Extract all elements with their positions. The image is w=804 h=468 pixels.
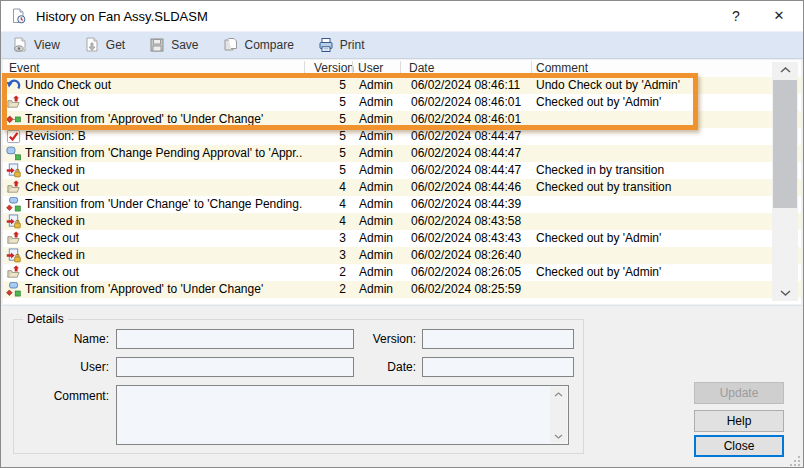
save-button[interactable]: Save [146,35,201,55]
checkin-icon [6,248,21,263]
table-row[interactable]: Check out5Admin06/02/2024 08:46:01Checke… [3,94,801,111]
date-cell: 06/02/2024 08:44:39 [411,196,521,213]
version-cell: 3 [298,247,346,264]
version-cell: 5 [298,128,346,145]
get-file-icon [84,37,100,53]
table-row[interactable]: Undo Check out5Admin06/02/2024 08:46:11U… [3,77,801,94]
date-cell: 06/02/2024 08:43:58 [411,213,521,230]
date-cell: 06/02/2024 08:26:05 [411,264,521,281]
table-row[interactable]: Checked in5Admin06/02/2024 08:44:47Check… [3,162,801,179]
user-field[interactable] [116,357,354,377]
comment-cell: Checked out by 'Admin' [536,94,768,111]
print-button-label: Print [340,38,365,52]
version-cell: 2 [298,281,346,298]
history-rows: Undo Check out5Admin06/02/2024 08:46:11U… [3,77,801,304]
comment-cell: Checked out by 'Admin' [536,264,768,281]
resize-grip[interactable] [788,453,801,466]
date-cell: 06/02/2024 08:44:47 [411,128,521,145]
table-row[interactable]: Checked in3Admin06/02/2024 08:26:40 [3,247,801,264]
version-cell: 5 [298,162,346,179]
user-cell: Admin [359,94,393,111]
date-cell: 06/02/2024 08:44:47 [411,162,521,179]
version-cell: 5 [298,94,346,111]
comment-cell: Checked in by transition [536,162,768,179]
table-row[interactable]: Transition from 'Approved' to 'Under Cha… [3,281,801,298]
date-field[interactable] [422,357,574,377]
close-titlebar-button[interactable]: ✕ [763,1,795,31]
table-row[interactable]: Transition from 'Change Pending Approval… [3,145,801,162]
table-row[interactable]: Check out2Admin06/02/2024 08:26:05Checke… [3,264,801,281]
event-cell: Check out [25,264,303,281]
user-cell: Admin [359,111,393,128]
version-cell: 4 [298,213,346,230]
event-cell: Check out [25,230,303,247]
column-header-version[interactable]: Version [314,61,354,75]
comment-scrollbar[interactable] [550,387,567,443]
table-row[interactable]: Check out3Admin06/02/2024 08:43:43Checke… [3,230,801,247]
save-button-label: Save [171,38,198,52]
name-field[interactable] [116,329,354,349]
column-header-user[interactable]: User [358,61,383,75]
history-list: Event Version User Date Comment Undo Che… [3,60,801,304]
user-cell: Admin [359,213,393,230]
table-row[interactable]: Checked in4Admin06/02/2024 08:43:58 [3,213,801,230]
comment-field[interactable] [116,385,569,445]
date-cell: 06/02/2024 08:46:11 [411,77,520,94]
table-row[interactable]: Revision: B5Admin06/02/2024 08:44:47 [3,128,801,145]
scroll-up-icon[interactable] [550,387,567,401]
details-legend: Details [23,312,68,326]
list-header: Event Version User Date Comment [3,60,801,77]
table-row[interactable]: Transition from 'Approved' to 'Under Cha… [3,111,801,128]
help-button[interactable]: Help [694,410,784,432]
column-header-comment[interactable]: Comment [536,61,588,75]
version-field[interactable] [422,329,574,349]
checkout-icon [6,180,21,195]
name-label: Name: [21,329,109,349]
event-cell: Transition from 'Approved' to 'Under Cha… [25,111,303,128]
transition-workflow-icon [6,282,21,297]
comment-label: Comment: [21,386,109,406]
view-button[interactable]: View [9,35,63,55]
details-panel: Details Name: Version: User: Date: Comme… [1,305,803,468]
user-label: User: [21,357,109,377]
compare-button[interactable]: Compare [220,35,297,55]
version-cell: 5 [298,77,346,94]
date-cell: 06/02/2024 08:25:59 [411,281,521,298]
save-file-icon [149,37,165,53]
scrollbar-thumb[interactable] [773,80,797,208]
help-titlebar-button[interactable]: ? [721,1,751,31]
checkout-icon [6,231,21,246]
print-icon [318,37,334,53]
date-cell: 06/02/2024 08:44:47 [411,145,521,162]
list-scrollbar[interactable] [772,62,798,301]
version-label: Version: [331,329,416,349]
checkin-icon [6,214,21,229]
compare-button-label: Compare [245,38,294,52]
close-button[interactable]: Close [694,435,784,457]
date-cell: 06/02/2024 08:43:43 [411,230,521,247]
history-document-icon [11,8,27,24]
table-row[interactable]: Check out4Admin06/02/2024 08:44:46Checke… [3,179,801,196]
view-file-icon [12,37,28,53]
user-cell: Admin [359,264,393,281]
user-cell: Admin [359,230,393,247]
toolbar: View Get Save Compare Print [1,31,803,59]
user-cell: Admin [359,162,393,179]
event-cell: Revision: B [25,128,303,145]
table-row[interactable]: Transition from 'Under Change' to 'Chang… [3,196,801,213]
scroll-down-icon[interactable] [772,285,798,301]
print-button[interactable]: Print [315,35,368,55]
get-button[interactable]: Get [81,35,128,55]
update-button[interactable]: Update [694,382,784,404]
version-cell: 5 [298,145,346,162]
scroll-down-icon[interactable] [550,429,567,443]
column-header-event[interactable]: Event [9,61,40,75]
column-header-date[interactable]: Date [409,61,434,75]
version-cell: 3 [298,230,346,247]
scroll-up-icon[interactable] [772,62,798,78]
column-divider [352,61,353,76]
transition-state-icon [6,146,21,161]
comment-cell: Checked out by transition [536,179,768,196]
transition-diamond-icon [6,112,21,127]
window-title: History on Fan Assy.SLDASM [36,9,208,24]
